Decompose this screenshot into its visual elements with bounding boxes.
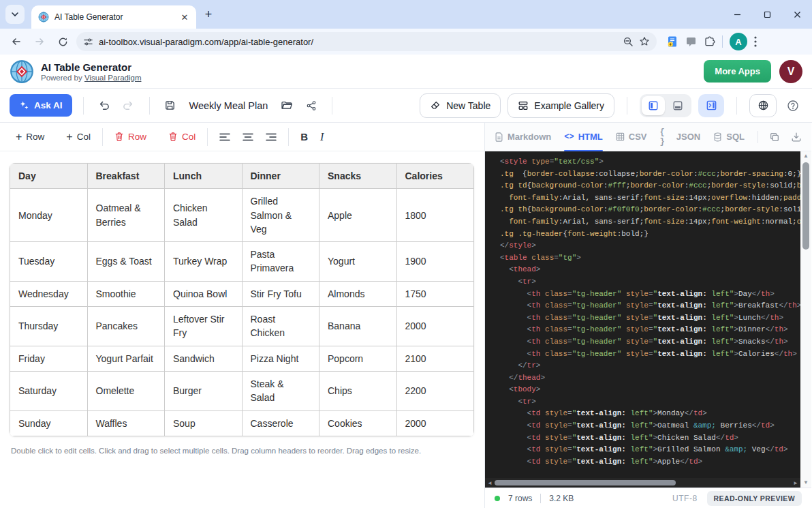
table-cell[interactable]: Apple [319, 189, 397, 242]
table-cell[interactable]: Almonds [319, 281, 397, 306]
forward-button[interactable] [30, 32, 49, 51]
tab-markdown[interactable]: Markdown [495, 123, 551, 151]
scroll-up-icon[interactable]: ▲ [803, 151, 809, 161]
table-cell[interactable]: Friday [10, 346, 88, 371]
browser-tab[interactable]: AI Table Generator ✕ [31, 5, 196, 29]
table-cell[interactable]: 2200 [396, 371, 474, 410]
toggle-preview-panel-button[interactable] [698, 94, 724, 117]
table-cell[interactable]: Tuesday [10, 242, 88, 282]
code-content[interactable]: <style type="text/css">.tg {border-colla… [485, 151, 800, 478]
bookmark-star-icon[interactable] [639, 36, 650, 47]
browser-profile-avatar[interactable]: A [730, 33, 747, 50]
table-cell[interactable]: Cookies [319, 410, 397, 436]
tab-csv[interactable]: CSV [616, 123, 647, 151]
docs-offline-icon[interactable] [666, 35, 678, 48]
scroll-down-icon[interactable]: ▼ [803, 478, 809, 488]
table-cell[interactable]: Casserole [242, 410, 319, 436]
delete-row-button[interactable]: Row [108, 128, 153, 146]
table-cell[interactable]: Grilled Salmon & Veg [242, 189, 319, 242]
tab-search-button[interactable] [5, 5, 25, 24]
table-cell[interactable]: Roast Chicken [242, 307, 319, 346]
table-cell[interactable]: Oatmeal & Berries [87, 189, 165, 242]
example-gallery-button[interactable]: Example Gallery [507, 93, 614, 118]
table-cell[interactable]: Soup [165, 410, 243, 436]
horizontal-scroll-thumb[interactable] [495, 480, 676, 485]
address-bar[interactable]: ai-toolbox.visual-paradigm.com/app/ai-ta… [76, 32, 657, 51]
add-col-button[interactable]: + Col [60, 128, 97, 147]
table-cell[interactable]: Waffles [87, 410, 165, 436]
vertical-scrollbar[interactable]: ▲ ▼ [800, 151, 811, 488]
table-cell[interactable]: Popcorn [319, 346, 397, 371]
new-table-button[interactable]: New Table [420, 93, 501, 118]
table-cell[interactable]: 2000 [396, 410, 474, 436]
column-header[interactable]: Day [10, 164, 88, 189]
table-cell[interactable]: Omelette [87, 371, 165, 410]
align-left-button[interactable] [213, 128, 236, 146]
back-button[interactable] [7, 32, 26, 51]
table-cell[interactable]: Smoothie [87, 281, 165, 306]
delete-col-button[interactable]: Col [162, 128, 202, 146]
table-cell[interactable]: Chips [319, 371, 397, 410]
add-row-button[interactable]: + Row [10, 128, 50, 147]
zoom-out-icon[interactable] [623, 36, 634, 47]
split-horizontal-button[interactable] [666, 96, 689, 115]
table-cell[interactable]: Wednesday [10, 281, 88, 306]
window-minimize-button[interactable] [722, 3, 752, 25]
table-cell[interactable]: Banana [319, 307, 397, 346]
comment-icon[interactable] [685, 36, 697, 48]
extensions-icon[interactable] [704, 36, 715, 48]
table-cell[interactable]: Sunday [10, 410, 88, 436]
horizontal-scrollbar[interactable]: ◄ ► [485, 478, 800, 488]
table-cell[interactable]: Yogurt [319, 242, 397, 282]
new-tab-button[interactable]: + [199, 5, 218, 24]
table-cell[interactable]: Stir Fry Tofu [242, 281, 319, 306]
table-cell[interactable]: Yogurt Parfait [87, 346, 165, 371]
tab-json[interactable]: { } JSON [660, 123, 701, 151]
scroll-left-icon[interactable]: ◄ [485, 480, 495, 486]
open-file-button[interactable] [277, 96, 296, 115]
window-close-button[interactable] [782, 3, 812, 25]
visual-paradigm-link[interactable]: Visual Paradigm [84, 74, 142, 82]
column-header[interactable]: Snacks [319, 164, 397, 189]
column-header[interactable]: Lunch [165, 164, 243, 189]
table-cell[interactable]: 1750 [396, 281, 474, 306]
column-header[interactable]: Breakfast [87, 164, 165, 189]
column-header[interactable]: Dinner [242, 164, 319, 189]
table-cell[interactable]: 2000 [396, 307, 474, 346]
site-settings-icon[interactable] [83, 37, 93, 47]
download-icon[interactable] [791, 132, 802, 143]
tab-close-icon[interactable]: ✕ [178, 11, 191, 23]
table-cell[interactable]: Pasta Primavera [242, 242, 319, 282]
split-vertical-button[interactable] [642, 96, 665, 115]
table-cell[interactable]: Chicken Salad [165, 189, 243, 242]
table-cell[interactable]: Leftover Stir Fry [165, 307, 243, 346]
vertical-scroll-thumb[interactable] [802, 162, 809, 250]
share-button[interactable] [302, 96, 321, 115]
bold-button[interactable]: B [294, 127, 314, 147]
table-cell[interactable]: Thursday [10, 307, 88, 346]
copy-icon[interactable] [769, 132, 780, 143]
table-cell[interactable]: Sandwich [165, 346, 243, 371]
tab-sql[interactable]: SQL [713, 123, 745, 151]
table-cell[interactable]: Quinoa Bowl [165, 281, 243, 306]
table-cell[interactable]: Pancakes [87, 307, 165, 346]
table-cell[interactable]: 1800 [396, 189, 474, 242]
scroll-right-icon[interactable]: ► [791, 480, 800, 486]
url-text[interactable]: ai-toolbox.visual-paradigm.com/app/ai-ta… [99, 37, 617, 47]
table-cell[interactable]: 1900 [396, 242, 474, 282]
browser-menu-icon[interactable] [754, 36, 757, 47]
table-cell[interactable]: 2100 [396, 346, 474, 371]
table-cell[interactable]: Eggs & Toast [87, 242, 165, 282]
table-cell[interactable]: Saturday [10, 371, 88, 410]
document-title[interactable]: Weekly Meal Plan [189, 100, 268, 111]
ask-ai-button[interactable]: Ask AI [10, 94, 72, 117]
reload-button[interactable] [53, 32, 72, 51]
column-header[interactable]: Calories [396, 164, 474, 189]
table-cell[interactable]: Pizza Night [242, 346, 319, 371]
redo-button[interactable] [119, 96, 138, 115]
tab-html[interactable]: <> HTML [564, 123, 603, 151]
align-right-button[interactable] [260, 128, 283, 146]
save-button[interactable] [161, 96, 180, 115]
table-cell[interactable]: Steak & Salad [242, 371, 319, 410]
window-maximize-button[interactable] [752, 3, 782, 25]
